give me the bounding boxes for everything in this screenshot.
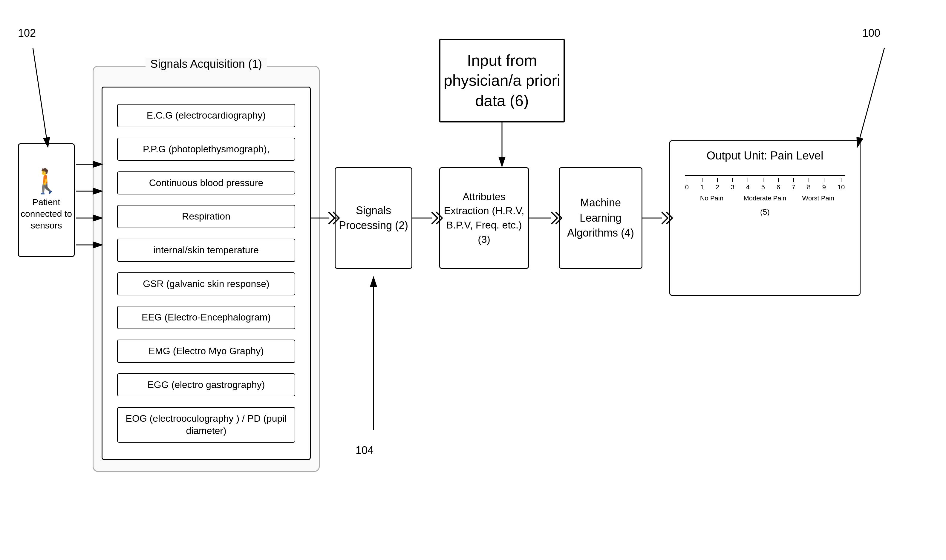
signal-emg: EMG (Electro Myo Graphy) bbox=[117, 340, 295, 363]
label-moderate-pain: Moderate Pain bbox=[738, 194, 792, 203]
tick-7: 7 bbox=[792, 178, 795, 191]
svg-text:104: 104 bbox=[356, 444, 373, 456]
patient-label: Patient connected to sensors bbox=[19, 196, 74, 231]
signal-eeg: EEG (Electro-Encephalogram) bbox=[117, 306, 295, 329]
tick-9: 9 bbox=[822, 178, 826, 191]
signal-eog: EOG (electrooculography ) / PD (pupil di… bbox=[117, 407, 295, 443]
ml-box: Machine Learning Algorithms (4) bbox=[559, 167, 642, 269]
patient-figure: 🚶 bbox=[31, 169, 61, 193]
signal-gsr: GSR (galvanic skin response) bbox=[117, 272, 295, 296]
physician-input-label: Input from physician/a priori data (6) bbox=[441, 51, 564, 111]
svg-line-3 bbox=[858, 48, 884, 146]
tick-0: 0 bbox=[685, 178, 689, 191]
signal-resp: Respiration bbox=[117, 205, 295, 228]
signals-inner-box: E.C.G (electrocardiography) P.P.G (photo… bbox=[102, 87, 311, 460]
pain-labels-row: No Pain Moderate Pain Worst Pain bbox=[685, 194, 845, 203]
output-title: Output Unit: Pain Level bbox=[707, 148, 823, 163]
diagram: 102 100 🚶 Patient connected to sensors S… bbox=[0, 0, 946, 560]
label-worst-pain: Worst Pain bbox=[792, 194, 845, 203]
signals-processing-label: Signals Processing (2) bbox=[336, 203, 411, 233]
tick-1: 1 bbox=[700, 178, 704, 191]
tick-5: 5 bbox=[761, 178, 765, 191]
pain-scale-ticks: 0 1 2 3 4 5 6 7 8 9 10 bbox=[685, 178, 845, 191]
signal-ppg: P.P.G (photoplethysmograph), bbox=[117, 138, 295, 161]
ref-102: 102 bbox=[18, 27, 36, 39]
output-number: (5) bbox=[760, 208, 770, 217]
attributes-box: Attributes Extraction (H.R.V, B.P.V, Fre… bbox=[439, 167, 529, 269]
signals-acquisition-title: Signals Acquisition (1) bbox=[145, 58, 267, 71]
tick-4: 4 bbox=[746, 178, 750, 191]
tick-6: 6 bbox=[777, 178, 780, 191]
physician-input-box: Input from physician/a priori data (6) bbox=[439, 39, 565, 123]
signal-temp: internal/skin temperature bbox=[117, 238, 295, 262]
signal-egg: EGG (electro gastrography) bbox=[117, 373, 295, 397]
tick-8: 8 bbox=[807, 178, 810, 191]
svg-line-2 bbox=[33, 48, 48, 146]
pain-scale-line bbox=[685, 175, 845, 176]
tick-2: 2 bbox=[716, 178, 719, 191]
tick-10: 10 bbox=[838, 178, 845, 191]
ref-100: 100 bbox=[862, 27, 880, 39]
label-no-pain: No Pain bbox=[685, 194, 738, 203]
signals-processing-box: Signals Processing (2) bbox=[335, 167, 412, 269]
patient-box: 🚶 Patient connected to sensors bbox=[18, 143, 75, 257]
signal-bp: Continuous blood pressure bbox=[117, 171, 295, 195]
pain-scale: 0 1 2 3 4 5 6 7 8 9 10 No Pain Moderate … bbox=[676, 169, 854, 217]
tick-3: 3 bbox=[731, 178, 735, 191]
attributes-label: Attributes Extraction (H.R.V, B.P.V, Fre… bbox=[440, 190, 528, 246]
signal-ecg: E.C.G (electrocardiography) bbox=[117, 104, 295, 127]
ml-label: Machine Learning Algorithms (4) bbox=[560, 195, 641, 240]
output-box: Output Unit: Pain Level 0 1 2 3 4 5 6 7 … bbox=[669, 140, 861, 296]
